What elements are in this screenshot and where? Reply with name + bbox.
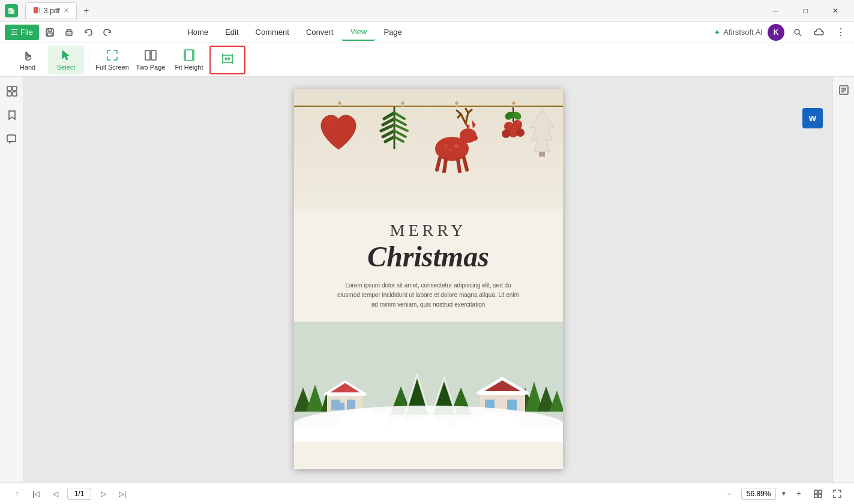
word-icon: W [809,114,816,123]
fit-page-button[interactable] [811,487,825,501]
nav-last-button[interactable]: ▷| [115,487,130,501]
thumbnail-panel-button[interactable] [2,82,22,101]
save-button[interactable] [41,24,58,41]
svg-point-36 [502,130,510,138]
menu-left: ☰ File [5,24,116,41]
zoom-dropdown-arrow[interactable]: ▼ [781,490,787,497]
berry-cluster [497,104,530,152]
svg-rect-71 [814,494,817,497]
cloud-button[interactable] [811,24,828,41]
tab-bar: 3.pdf ✕ + [25,2,95,19]
menu-view[interactable]: View [341,24,375,41]
nav-prev-button[interactable]: ◁ [48,487,62,501]
christmas-text: Christmas [312,242,545,271]
bookmark-panel-button[interactable] [2,106,22,125]
ai-button[interactable]: ✦ Afirstsoft AI [714,28,763,37]
hand-tool-label: Hand [20,64,35,71]
fullscreen-label: Full Screen [95,64,129,71]
svg-point-40 [513,130,516,132]
tab-close[interactable]: ✕ [64,7,69,14]
statusbar-right: − 56.89% ▼ + [722,487,844,501]
svg-rect-69 [814,490,817,493]
pdf-footer-decoration [294,322,563,442]
hand-tool-button[interactable]: Hand [10,46,46,74]
pdf-page: MERRY Christmas Lorem ipsum dolor sit am… [294,89,563,469]
left-sidebar [0,77,24,482]
zoom-out-button[interactable]: − [722,487,736,501]
tab-label: 3.pdf [44,7,60,15]
print-button[interactable] [61,24,77,41]
menu-page[interactable]: Page [375,24,410,41]
fullscreen-button[interactable]: Full Screen [94,46,130,74]
menu-edit[interactable]: Edit [217,24,247,41]
svg-point-63 [419,415,439,434]
svg-point-64 [437,419,451,434]
select-tool-button[interactable]: Select [48,46,84,74]
menu-right: ✦ Afirstsoft AI K ⋮ [714,24,849,41]
user-avatar[interactable]: K [768,24,784,41]
white-tree-ornament [527,107,557,161]
fitwidth-button[interactable] [209,46,245,74]
menu-comment[interactable]: Comment [247,24,298,41]
twopage-label: Two Page [136,64,166,71]
close-button[interactable]: ✕ [822,0,849,22]
search-button[interactable] [789,24,806,41]
nav-next-button[interactable]: ▷ [96,487,110,501]
pdf-content: MERRY Christmas Lorem ipsum dolor sit am… [294,209,563,322]
nav-first-button[interactable]: |◁ [29,487,43,501]
maximize-button[interactable]: □ [792,0,819,22]
svg-point-39 [517,122,520,124]
file-label: File [20,28,33,37]
comment-panel-button[interactable] [2,130,22,149]
titlebar: P 3.pdf ✕ + ─ □ ✕ [0,0,854,22]
file-icon: ☰ [11,28,18,37]
fitheight-button[interactable]: Fit Height [171,46,207,74]
svg-point-29 [471,135,478,141]
svg-rect-45 [347,400,355,410]
page-input[interactable]: 1/1 [67,488,91,500]
svg-point-31 [444,144,448,148]
svg-rect-47 [327,392,366,396]
twopage-button[interactable]: Two Page [133,46,169,74]
svg-rect-1 [34,7,38,13]
svg-rect-10 [151,50,156,60]
fitheight-label: Fit Height [175,64,203,71]
svg-rect-23 [455,103,459,104]
menu-convert[interactable]: Convert [298,24,342,41]
svg-rect-16 [13,92,17,96]
svg-rect-11 [185,50,193,61]
word-convert-badge[interactable]: W [802,108,823,128]
minimize-button[interactable]: ─ [762,0,789,22]
svg-rect-70 [819,490,822,493]
merry-text: MERRY [312,221,545,240]
undo-button[interactable] [80,24,97,41]
file-button[interactable]: ☰ File [5,25,39,40]
svg-rect-72 [819,494,822,497]
svg-rect-49 [479,391,527,395]
fullscreen-status-button[interactable] [830,487,844,501]
pdf-header-decoration [294,89,563,209]
redo-button[interactable] [99,24,116,41]
tab-pdf[interactable]: 3.pdf ✕ [25,2,77,19]
svg-rect-44 [331,400,340,410]
lorem-text: Lorem ipsum dolor sit amet, consectetur … [312,281,545,310]
menu-home[interactable]: Home [179,24,217,41]
svg-rect-4 [47,33,52,36]
new-tab-button[interactable]: + [78,2,95,19]
more-button[interactable]: ⋮ [832,24,849,41]
properties-panel-button[interactable] [835,82,852,98]
svg-rect-17 [7,135,16,142]
toolbar: Hand Select Full Screen Two Page Fit Hei… [0,43,854,77]
svg-point-60 [500,415,520,435]
main-area: MERRY Christmas Lorem ipsum dolor sit am… [0,77,854,482]
heart-ornament [318,110,359,155]
zoom-input[interactable]: 56.89% [741,488,776,500]
pine-branch [378,104,411,152]
svg-point-57 [392,418,406,433]
svg-point-62 [406,419,422,434]
svg-rect-19 [338,103,341,104]
nav-up-button[interactable]: ↑ [10,487,24,501]
winter-scene-svg [294,322,563,442]
zoom-in-button[interactable]: + [792,487,806,501]
reindeer-ornament [425,107,479,173]
